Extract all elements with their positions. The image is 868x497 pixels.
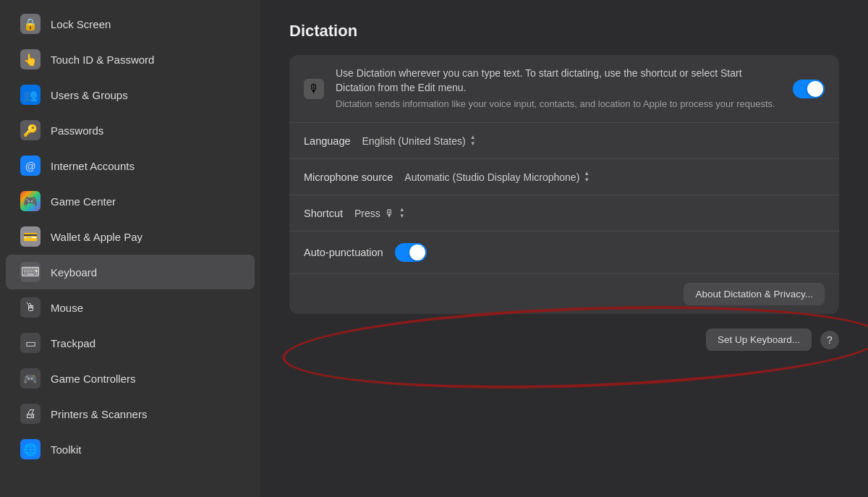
- sidebar-item-trackpad[interactable]: ▭Trackpad: [6, 326, 255, 360]
- help-button[interactable]: ?: [820, 331, 839, 349]
- passwords-icon: 🔑: [20, 120, 41, 140]
- dictation-toggle-row: 🎙 Use Dictation wherever you can type te…: [289, 55, 839, 123]
- sidebar-label-users-groups: Users & Groups: [51, 89, 128, 101]
- shortcut-mic-icon: 🎙: [385, 208, 395, 219]
- dictation-desc-main: Use Dictation wherever you can type text…: [336, 67, 781, 95]
- microphone-down-arrow[interactable]: ▼: [584, 177, 590, 183]
- sidebar-label-internet-accounts: Internet Accounts: [51, 160, 135, 172]
- sidebar-item-users-groups[interactable]: 👥Users & Groups: [6, 77, 255, 112]
- keyboard-icon: ⌨: [20, 262, 41, 282]
- about-dictation-row: About Dictation & Privacy...: [289, 274, 839, 314]
- auto-punctuation-toggle[interactable]: [395, 243, 427, 262]
- language-stepper[interactable]: ▲ ▼: [470, 135, 476, 147]
- sidebar-item-passwords[interactable]: 🔑Passwords: [6, 113, 255, 148]
- bottom-buttons: Set Up Keyboard... ?: [289, 328, 839, 351]
- dictation-description: Use Dictation wherever you can type text…: [336, 67, 781, 111]
- internet-accounts-icon: @: [20, 156, 41, 176]
- trackpad-icon: ▭: [20, 333, 41, 353]
- sidebar-label-trackpad: Trackpad: [51, 337, 95, 349]
- sidebar-label-mouse: Mouse: [51, 302, 83, 314]
- auto-punctuation-label: Auto-punctuation: [304, 247, 383, 258]
- sidebar-item-lock-screen[interactable]: 🔒Lock Screen: [6, 7, 255, 41]
- touch-id-icon: 👆: [20, 49, 41, 69]
- sidebar-item-internet-accounts[interactable]: @Internet Accounts: [6, 148, 255, 183]
- microphone-stepper[interactable]: ▲ ▼: [584, 171, 590, 183]
- shortcut-stepper[interactable]: ▲ ▼: [399, 207, 405, 219]
- about-dictation-button[interactable]: About Dictation & Privacy...: [684, 283, 825, 305]
- wallet-apple-pay-icon: 💳: [20, 226, 41, 247]
- sidebar-label-keyboard: Keyboard: [51, 266, 97, 279]
- language-value-text: English (United States): [362, 135, 466, 147]
- sidebar-item-wallet-apple-pay[interactable]: 💳Wallet & Apple Pay: [6, 219, 255, 254]
- sidebar-label-game-center: Game Center: [51, 195, 116, 208]
- sidebar-label-lock-screen: Lock Screen: [51, 18, 111, 30]
- sidebar-item-printers-scanners[interactable]: 🖨Printers & Scanners: [6, 396, 255, 431]
- sidebar: 🔒Lock Screen👆Touch ID & Password👥Users &…: [0, 0, 260, 497]
- sidebar-item-mouse[interactable]: 🖱Mouse: [6, 290, 255, 325]
- sidebar-item-touch-id[interactable]: 👆Touch ID & Password: [6, 42, 255, 77]
- sidebar-label-game-controllers: Game Controllers: [51, 373, 136, 385]
- sidebar-label-passwords: Passwords: [51, 124, 103, 137]
- microphone-value: Automatic (Studio Display Microphone) ▲ …: [404, 171, 590, 183]
- microphone-up-arrow[interactable]: ▲: [584, 171, 590, 177]
- language-label: Language: [304, 135, 351, 147]
- game-controllers-icon: 🎮: [20, 368, 41, 388]
- shortcut-value-text: Press: [354, 208, 380, 219]
- shortcut-value: Press 🎙 ▲ ▼: [354, 207, 405, 219]
- shortcut-down-arrow[interactable]: ▼: [399, 213, 405, 219]
- page-title: Dictation: [289, 22, 839, 41]
- shortcut-up-arrow[interactable]: ▲: [399, 207, 405, 213]
- sidebar-label-wallet-apple-pay: Wallet & Apple Pay: [51, 231, 142, 243]
- dictation-toggle[interactable]: [793, 80, 825, 98]
- language-value: English (United States) ▲ ▼: [362, 135, 476, 147]
- microphone-value-text: Automatic (Studio Display Microphone): [404, 171, 579, 183]
- auto-punctuation-row: Auto-punctuation: [289, 231, 839, 274]
- toolkit-icon: 🌐: [20, 439, 41, 459]
- sidebar-item-toolkit[interactable]: 🌐Toolkit: [6, 432, 255, 467]
- microphone-label: Microphone source: [304, 171, 393, 183]
- main-content: Dictation 🎙 Use Dictation wherever you c…: [260, 0, 868, 497]
- setup-keyboard-button[interactable]: Set Up Keyboard...: [706, 328, 812, 351]
- sidebar-label-toolkit: Toolkit: [51, 443, 82, 456]
- lock-screen-icon: 🔒: [20, 14, 41, 34]
- shortcut-row: Shortcut Press 🎙 ▲ ▼: [289, 195, 839, 231]
- users-groups-icon: 👥: [20, 85, 41, 105]
- dictation-card: 🎙 Use Dictation wherever you can type te…: [289, 55, 839, 314]
- sidebar-item-keyboard[interactable]: ⌨Keyboard: [6, 255, 255, 289]
- sidebar-label-touch-id: Touch ID & Password: [51, 54, 154, 66]
- language-down-arrow[interactable]: ▼: [470, 141, 476, 147]
- sidebar-item-game-center[interactable]: 🎮Game Center: [6, 184, 255, 218]
- shortcut-label: Shortcut: [304, 208, 343, 219]
- dictation-desc-sub: Dictation sends information like your vo…: [336, 98, 781, 111]
- language-up-arrow[interactable]: ▲: [470, 135, 476, 140]
- language-row: Language English (United States) ▲ ▼: [289, 123, 839, 159]
- microphone-row: Microphone source Automatic (Studio Disp…: [289, 159, 839, 195]
- mouse-icon: 🖱: [20, 297, 41, 318]
- game-center-icon: 🎮: [20, 191, 41, 211]
- printers-scanners-icon: 🖨: [20, 404, 41, 424]
- microphone-icon: 🎙: [304, 79, 324, 99]
- sidebar-label-printers-scanners: Printers & Scanners: [51, 408, 147, 420]
- sidebar-item-game-controllers[interactable]: 🎮Game Controllers: [6, 361, 255, 396]
